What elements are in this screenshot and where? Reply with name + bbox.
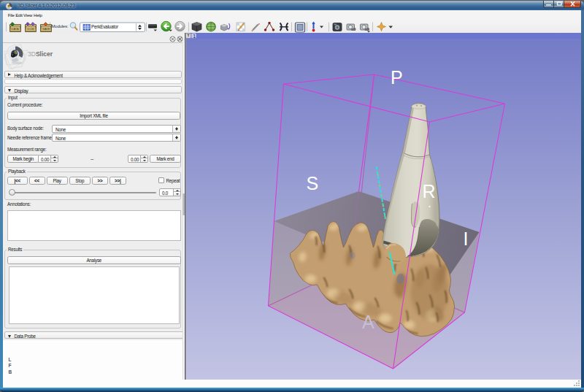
svg-text:P: P [391,67,403,88]
svg-text:R: R [422,181,435,201]
svg-text:1: 1 [193,34,196,39]
svg-text:S: S [306,173,318,193]
svg-text:A: A [362,312,374,332]
svg-text:SAVE: SAVE [42,27,50,31]
svg-text:DCM: DCM [28,27,34,31]
svg-text:I: I [463,228,468,249]
svg-text:DATA: DATA [12,27,19,31]
svg-text:PerkEvaluator: PerkEvaluator [91,24,118,29]
svg-text:Modules:: Modules: [52,24,69,28]
